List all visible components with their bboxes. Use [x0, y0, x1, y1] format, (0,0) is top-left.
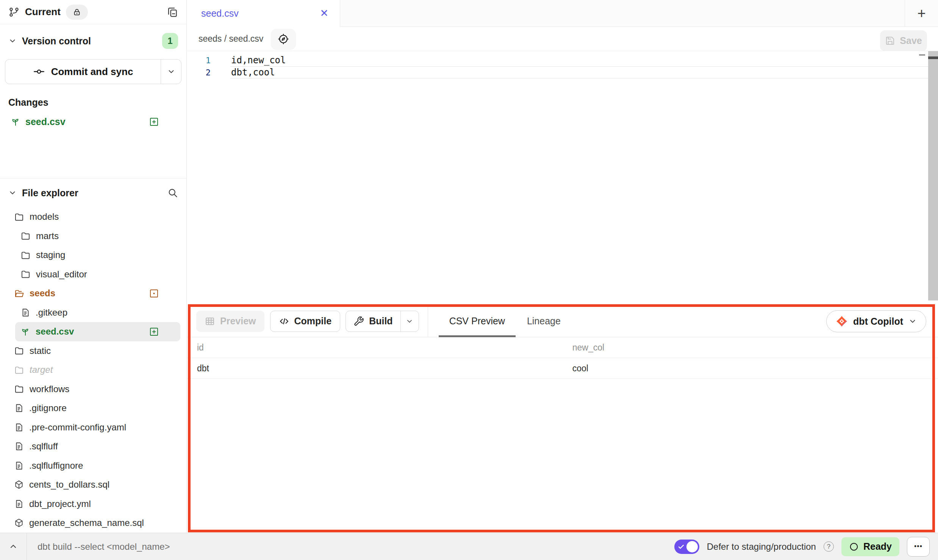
file-tree-item-seeds[interactable]: seeds: [0, 284, 186, 303]
seed-icon: [11, 117, 20, 127]
minimap-text-mark: [919, 54, 925, 56]
table-row: dbt cool: [187, 358, 938, 379]
git-commit-icon: [33, 66, 45, 78]
editor-minimap-scrollbar[interactable]: [928, 51, 938, 300]
line-text: id,new_col: [221, 55, 286, 66]
file-tree-item-models[interactable]: models: [0, 207, 186, 227]
build-split-button: Build: [345, 311, 419, 332]
results-panel: Preview Compile Build: [187, 305, 938, 533]
breadcrumb-bar: seeds / seed.csv Save: [187, 27, 938, 51]
scrollbar-thumb[interactable]: [928, 56, 938, 59]
table-header-row: id new_col: [187, 337, 938, 358]
file-icon: [20, 308, 30, 318]
git-branch-icon: [8, 6, 20, 18]
dbt-logo-icon: [836, 315, 848, 327]
file-tree-item-pre-commit-config[interactable]: .pre-commit-config.yaml: [0, 418, 186, 437]
build-options-caret[interactable]: [400, 311, 419, 332]
editor-line: 1 id,new_col: [187, 54, 938, 66]
search-icon[interactable]: [167, 188, 178, 198]
preview-label: Preview: [220, 316, 256, 327]
file-added-box-icon: [149, 327, 159, 337]
preview-button[interactable]: Preview: [196, 311, 264, 332]
file-tree-item-cents-to-dollars[interactable]: cents_to_dollars.sql: [0, 475, 186, 494]
commit-and-sync-button[interactable]: Commit and sync: [5, 59, 181, 84]
dbt-copilot-button[interactable]: dbt Copilot: [826, 310, 926, 332]
save-button[interactable]: Save: [880, 30, 927, 51]
file-tree-item-seed-csv[interactable]: seed.csv: [15, 322, 180, 341]
file-tree-item-dbt-project-yml[interactable]: dbt_project.yml: [0, 494, 186, 514]
tab-lineage[interactable]: Lineage: [527, 305, 561, 337]
folder-icon: [14, 346, 24, 356]
commit-options-caret[interactable]: [161, 59, 181, 84]
column-header: id: [187, 343, 572, 353]
file-tree-item-workflows[interactable]: workflows: [0, 380, 186, 399]
version-control-section-header[interactable]: Version control 1: [0, 33, 186, 49]
folder-icon: [14, 365, 24, 375]
file-tree: models marts staging visual_editor seeds: [0, 207, 186, 533]
model-cube-icon: [14, 480, 24, 490]
lock-icon: [73, 8, 81, 16]
section-divider: [0, 178, 186, 178]
folder-modified-dot-icon: [149, 288, 159, 299]
editor-tab-bar: seed.csv ✕ +: [187, 0, 938, 27]
file-explorer-section-header[interactable]: File explorer: [0, 182, 186, 204]
dbt-copilot-label: dbt Copilot: [853, 316, 903, 327]
file-tree-item-sqlfluffignore[interactable]: .sqlfluffignore: [0, 456, 186, 476]
code-icon: [279, 316, 289, 327]
copy-file-contents-icon[interactable]: [167, 6, 178, 18]
file-tree-item-marts[interactable]: marts: [0, 227, 186, 246]
file-tree-item-static[interactable]: static: [0, 341, 186, 361]
file-tree-item-gitignore[interactable]: .gitignore: [0, 399, 186, 418]
column-header: new_col: [572, 343, 938, 353]
editor-line-active: 2 dbt,cool: [187, 66, 938, 78]
code-editor[interactable]: 1 id,new_col 2 dbt,cool: [187, 51, 938, 305]
changed-file-name: seed.csv: [25, 116, 66, 127]
changed-file-seed-csv[interactable]: seed.csv: [0, 113, 186, 130]
file-tree-item-target[interactable]: target: [0, 360, 186, 380]
defer-toggle[interactable]: [674, 540, 699, 554]
branch-lock-badge: [66, 5, 88, 20]
new-tab-button[interactable]: +: [905, 0, 938, 27]
file-icon: [14, 461, 24, 471]
check-icon: [678, 543, 685, 550]
close-tab-icon[interactable]: ✕: [320, 8, 328, 19]
file-tree-item-generate-schema-name[interactable]: generate_schema_name.sql: [0, 513, 186, 533]
status-bar-divider: [27, 533, 27, 560]
explore-compass-button[interactable]: [271, 29, 296, 49]
wrench-icon: [353, 316, 364, 327]
file-added-box-icon: [149, 117, 159, 127]
folder-icon: [20, 269, 31, 279]
defer-label: Defer to staging/production: [707, 541, 816, 552]
file-explorer-title: File explorer: [22, 188, 78, 199]
line-number: 2: [187, 68, 221, 77]
csv-preview-table: id new_col dbt cool: [187, 337, 938, 379]
expand-command-bar-button[interactable]: [0, 533, 27, 560]
file-tree-item-sqlfluff[interactable]: .sqlfluff: [0, 437, 186, 456]
version-control-title: Version control: [22, 36, 91, 47]
file-tree-item-staging[interactable]: staging: [0, 246, 186, 265]
status-badge[interactable]: Ready: [841, 537, 899, 556]
more-options-button[interactable]: •••: [907, 537, 930, 557]
branch-header: Current: [0, 0, 186, 24]
toggle-knob: [686, 541, 698, 552]
results-toolbar: Preview Compile Build: [187, 305, 938, 337]
tab-seed-csv[interactable]: seed.csv ✕: [187, 0, 340, 27]
build-label: Build: [369, 316, 393, 327]
branch-name: Current: [25, 6, 61, 18]
line-text: dbt,cool: [221, 67, 275, 78]
sidebar: Current Version control 1 Commit: [0, 0, 187, 533]
table-grid-icon: [205, 316, 215, 327]
status-bar-right: Defer to staging/production ? Ready •••: [674, 537, 938, 557]
file-icon: [14, 422, 24, 432]
save-floppy-icon: [885, 36, 895, 46]
seed-icon: [20, 327, 30, 336]
build-button[interactable]: Build: [346, 311, 400, 332]
command-input[interactable]: dbt build --select <model_name>: [38, 541, 170, 552]
model-cube-icon: [14, 518, 24, 528]
file-tree-item-gitkeep[interactable]: .gitkeep: [0, 303, 186, 322]
compile-button[interactable]: Compile: [270, 311, 341, 332]
ready-label: Ready: [863, 541, 892, 552]
file-tree-item-visual-editor[interactable]: visual_editor: [0, 265, 186, 284]
help-icon[interactable]: ?: [824, 541, 834, 552]
tab-csv-preview[interactable]: CSV Preview: [449, 305, 505, 337]
